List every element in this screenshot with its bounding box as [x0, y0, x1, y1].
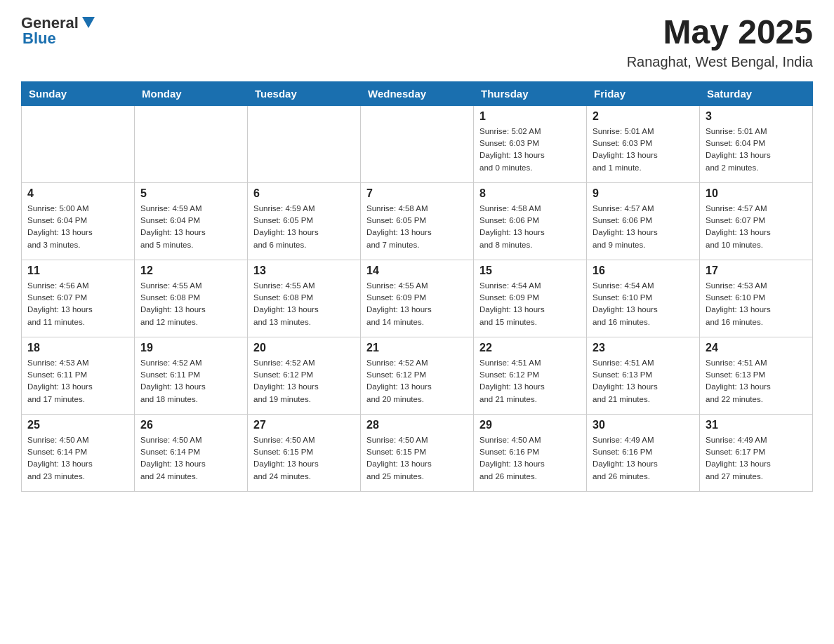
day-cell: 8Sunrise: 4:58 AMSunset: 6:06 PMDaylight…: [474, 182, 587, 260]
day-info: Sunrise: 5:01 AMSunset: 6:04 PMDaylight:…: [706, 126, 807, 174]
day-number: 27: [253, 419, 355, 431]
day-cell: 9Sunrise: 4:57 AMSunset: 6:06 PMDaylight…: [587, 182, 700, 260]
day-number: 21: [366, 342, 468, 354]
week-row-3: 11Sunrise: 4:56 AMSunset: 6:07 PMDayligh…: [22, 260, 813, 337]
calendar-subtitle: Ranaghat, West Bengal, India: [627, 54, 813, 70]
day-cell: 29Sunrise: 4:50 AMSunset: 6:16 PMDayligh…: [474, 414, 587, 491]
day-info: Sunrise: 4:56 AMSunset: 6:07 PMDaylight:…: [27, 280, 128, 328]
day-info: Sunrise: 4:52 AMSunset: 6:11 PMDaylight:…: [140, 357, 241, 405]
day-cell: 5Sunrise: 4:59 AMSunset: 6:04 PMDaylight…: [135, 182, 248, 260]
day-number: 20: [253, 342, 355, 354]
day-number: 1: [479, 110, 581, 123]
day-number: 28: [366, 419, 468, 431]
day-cell: 1Sunrise: 5:02 AMSunset: 6:03 PMDaylight…: [474, 105, 587, 182]
svg-marker-0: [82, 17, 95, 28]
day-info: Sunrise: 4:58 AMSunset: 6:06 PMDaylight:…: [479, 203, 581, 251]
day-number: 2: [593, 110, 694, 123]
header-cell-wednesday: Wednesday: [361, 81, 474, 105]
day-info: Sunrise: 4:53 AMSunset: 6:10 PMDaylight:…: [706, 280, 807, 328]
day-number: 10: [706, 187, 807, 200]
day-cell: 17Sunrise: 4:53 AMSunset: 6:10 PMDayligh…: [700, 260, 813, 337]
day-info: Sunrise: 4:51 AMSunset: 6:12 PMDaylight:…: [479, 357, 581, 405]
page-header: General Blue May 2025 Ranaghat, West Ben…: [21, 14, 813, 70]
day-number: 18: [27, 342, 128, 354]
day-info: Sunrise: 5:02 AMSunset: 6:03 PMDaylight:…: [479, 126, 581, 174]
day-info: Sunrise: 4:55 AMSunset: 6:08 PMDaylight:…: [253, 280, 355, 328]
day-number: 23: [593, 342, 694, 354]
day-cell: 18Sunrise: 4:53 AMSunset: 6:11 PMDayligh…: [22, 337, 135, 414]
day-info: Sunrise: 4:53 AMSunset: 6:11 PMDaylight:…: [27, 357, 128, 405]
logo-triangle-icon: [81, 15, 96, 29]
day-info: Sunrise: 4:55 AMSunset: 6:08 PMDaylight:…: [140, 280, 241, 328]
day-number: 5: [140, 187, 241, 200]
day-info: Sunrise: 4:51 AMSunset: 6:13 PMDaylight:…: [593, 357, 694, 405]
day-cell: 21Sunrise: 4:52 AMSunset: 6:12 PMDayligh…: [361, 337, 474, 414]
day-number: 9: [593, 187, 694, 200]
logo-blue: Blue: [22, 29, 56, 48]
calendar-header: SundayMondayTuesdayWednesdayThursdayFrid…: [22, 81, 813, 105]
day-number: 8: [479, 187, 581, 200]
day-number: 29: [479, 419, 581, 431]
day-info: Sunrise: 4:50 AMSunset: 6:15 PMDaylight:…: [253, 434, 355, 483]
day-info: Sunrise: 4:50 AMSunset: 6:15 PMDaylight:…: [366, 434, 468, 483]
week-row-2: 4Sunrise: 5:00 AMSunset: 6:04 PMDaylight…: [22, 182, 813, 260]
calendar-table: SundayMondayTuesdayWednesdayThursdayFrid…: [21, 81, 813, 492]
header-cell-tuesday: Tuesday: [248, 81, 361, 105]
day-cell: [22, 105, 135, 182]
day-cell: 6Sunrise: 4:59 AMSunset: 6:05 PMDaylight…: [248, 182, 361, 260]
header-cell-thursday: Thursday: [474, 81, 587, 105]
day-cell: 7Sunrise: 4:58 AMSunset: 6:05 PMDaylight…: [361, 182, 474, 260]
week-row-1: 1Sunrise: 5:02 AMSunset: 6:03 PMDaylight…: [22, 105, 813, 182]
day-info: Sunrise: 4:54 AMSunset: 6:10 PMDaylight:…: [593, 280, 694, 328]
week-row-5: 25Sunrise: 4:50 AMSunset: 6:14 PMDayligh…: [22, 414, 813, 491]
day-cell: 24Sunrise: 4:51 AMSunset: 6:13 PMDayligh…: [700, 337, 813, 414]
day-info: Sunrise: 4:49 AMSunset: 6:16 PMDaylight:…: [593, 434, 694, 483]
day-info: Sunrise: 4:50 AMSunset: 6:14 PMDaylight:…: [140, 434, 241, 483]
day-info: Sunrise: 4:52 AMSunset: 6:12 PMDaylight:…: [366, 357, 468, 405]
day-number: 22: [479, 342, 581, 354]
calendar-title-block: May 2025 Ranaghat, West Bengal, India: [627, 14, 813, 70]
day-cell: [135, 105, 248, 182]
day-number: 13: [253, 264, 355, 277]
day-cell: 20Sunrise: 4:52 AMSunset: 6:12 PMDayligh…: [248, 337, 361, 414]
day-number: 12: [140, 264, 241, 277]
day-number: 6: [253, 187, 355, 200]
day-number: 17: [706, 264, 807, 277]
day-cell: 14Sunrise: 4:55 AMSunset: 6:09 PMDayligh…: [361, 260, 474, 337]
day-info: Sunrise: 4:57 AMSunset: 6:06 PMDaylight:…: [593, 203, 694, 251]
header-cell-saturday: Saturday: [700, 81, 813, 105]
day-number: 7: [366, 187, 468, 200]
day-cell: 23Sunrise: 4:51 AMSunset: 6:13 PMDayligh…: [587, 337, 700, 414]
day-cell: 25Sunrise: 4:50 AMSunset: 6:14 PMDayligh…: [22, 414, 135, 491]
day-info: Sunrise: 5:01 AMSunset: 6:03 PMDaylight:…: [593, 126, 694, 174]
logo: General Blue: [21, 14, 96, 48]
day-info: Sunrise: 4:50 AMSunset: 6:14 PMDaylight:…: [27, 434, 128, 483]
day-info: Sunrise: 4:59 AMSunset: 6:05 PMDaylight:…: [253, 203, 355, 251]
week-row-4: 18Sunrise: 4:53 AMSunset: 6:11 PMDayligh…: [22, 337, 813, 414]
calendar-body: 1Sunrise: 5:02 AMSunset: 6:03 PMDaylight…: [22, 105, 813, 491]
day-info: Sunrise: 4:51 AMSunset: 6:13 PMDaylight:…: [706, 357, 807, 405]
day-info: Sunrise: 4:50 AMSunset: 6:16 PMDaylight:…: [479, 434, 581, 483]
header-cell-friday: Friday: [587, 81, 700, 105]
day-number: 4: [27, 187, 128, 200]
day-number: 26: [140, 419, 241, 431]
day-cell: 22Sunrise: 4:51 AMSunset: 6:12 PMDayligh…: [474, 337, 587, 414]
day-number: 14: [366, 264, 468, 277]
day-cell: 16Sunrise: 4:54 AMSunset: 6:10 PMDayligh…: [587, 260, 700, 337]
day-number: 24: [706, 342, 807, 354]
day-cell: 13Sunrise: 4:55 AMSunset: 6:08 PMDayligh…: [248, 260, 361, 337]
day-info: Sunrise: 4:57 AMSunset: 6:07 PMDaylight:…: [706, 203, 807, 251]
day-cell: 2Sunrise: 5:01 AMSunset: 6:03 PMDaylight…: [587, 105, 700, 182]
day-number: 16: [593, 264, 694, 277]
day-info: Sunrise: 4:55 AMSunset: 6:09 PMDaylight:…: [366, 280, 468, 328]
day-cell: 12Sunrise: 4:55 AMSunset: 6:08 PMDayligh…: [135, 260, 248, 337]
day-cell: 28Sunrise: 4:50 AMSunset: 6:15 PMDayligh…: [361, 414, 474, 491]
header-cell-sunday: Sunday: [22, 81, 135, 105]
day-cell: 31Sunrise: 4:49 AMSunset: 6:17 PMDayligh…: [700, 414, 813, 491]
day-info: Sunrise: 5:00 AMSunset: 6:04 PMDaylight:…: [27, 203, 128, 251]
day-number: 25: [27, 419, 128, 431]
day-cell: 4Sunrise: 5:00 AMSunset: 6:04 PMDaylight…: [22, 182, 135, 260]
day-cell: [361, 105, 474, 182]
day-cell: 19Sunrise: 4:52 AMSunset: 6:11 PMDayligh…: [135, 337, 248, 414]
day-info: Sunrise: 4:52 AMSunset: 6:12 PMDaylight:…: [253, 357, 355, 405]
